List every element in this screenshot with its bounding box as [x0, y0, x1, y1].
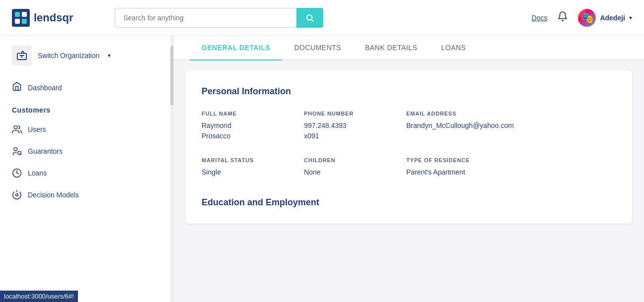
svg-rect-2: [22, 12, 27, 17]
svg-rect-4: [22, 19, 27, 24]
svg-rect-3: [15, 19, 20, 24]
decision-models-icon: [12, 190, 22, 200]
switch-org-label: Switch Organization: [38, 52, 100, 60]
email-label: EMAIL ADDRESS: [406, 111, 514, 117]
phone-number-label: PHONE NUMBER: [304, 111, 394, 117]
svg-rect-1: [15, 12, 20, 17]
marital-status-value: Single: [202, 167, 292, 178]
svg-line-6: [312, 19, 313, 21]
tab-loans[interactable]: Loans: [429, 36, 478, 60]
email-value: Brandyn_McCullough@yahoo.com: [406, 121, 514, 131]
personal-info-grid: FULL NAME RaymondProsacco PHONE NUMBER 9…: [202, 111, 616, 178]
personal-info-card: Personal Information FULL NAME RaymondPr…: [186, 70, 632, 224]
sidebar-scrollbar[interactable]: [170, 36, 173, 302]
svg-point-11: [14, 148, 17, 151]
dashboard-link[interactable]: Dashboard: [0, 75, 173, 100]
sidebar-item-users[interactable]: Users: [0, 119, 173, 140]
header: lendsqr Docs 🎭 Adedeji ▾: [0, 0, 644, 36]
phone-number-value: 997.248.4393x091: [304, 121, 394, 141]
svg-rect-0: [12, 9, 30, 27]
field-empty2: [526, 157, 616, 178]
users-icon: [12, 124, 22, 134]
tab-bank-details[interactable]: Bank Details: [353, 36, 429, 60]
full-name-label: FULL NAME: [202, 111, 292, 117]
notification-icon: [557, 11, 568, 22]
layout: Switch Organization ▾ Dashboard Customer…: [0, 36, 644, 302]
field-full-name: FULL NAME RaymondProsacco: [202, 111, 292, 141]
chevron-down-icon: ▾: [629, 14, 632, 21]
logo-icon: [12, 9, 30, 27]
tab-documents[interactable]: Documents: [282, 36, 353, 60]
switch-org-chevron-icon: ▾: [108, 52, 111, 59]
search-bar: [115, 8, 323, 28]
logo-text: lendsqr: [34, 11, 73, 24]
sidebar: Switch Organization ▾ Dashboard Customer…: [0, 36, 174, 302]
customers-section: Customers: [12, 106, 161, 115]
full-name-value: RaymondProsacco: [202, 121, 292, 141]
loans-icon: [12, 168, 22, 178]
field-empty1: [526, 111, 616, 141]
sidebar-scroll-thumb: [170, 46, 173, 105]
status-bar: localhost:3000/users/6#!: [0, 291, 78, 302]
briefcase-icon: [12, 46, 32, 65]
children-value: None: [304, 167, 394, 178]
decision-models-label: Decision Models: [28, 191, 79, 199]
svg-point-10: [14, 126, 17, 129]
children-label: CHILDREN: [304, 157, 394, 163]
header-right: Docs 🎭 Adedeji ▾: [532, 9, 632, 27]
guarantors-icon: [12, 146, 22, 156]
dashboard-label: Dashboard: [28, 84, 62, 92]
switch-org[interactable]: Switch Organization ▾: [0, 36, 173, 75]
search-button[interactable]: [296, 8, 323, 28]
marital-status-label: MARITAL STATUS: [202, 157, 292, 163]
residence-type-label: TYPE OF RESIDENCE: [406, 157, 514, 163]
sidebar-item-loans[interactable]: Loans: [0, 162, 173, 184]
field-phone-number: PHONE NUMBER 997.248.4393x091: [304, 111, 394, 141]
svg-point-14: [16, 194, 18, 196]
field-marital-status: MARITAL STATUS Single: [202, 157, 292, 178]
bell-icon[interactable]: [557, 11, 568, 24]
avatar-wrap[interactable]: 🎭 Adedeji ▾: [578, 9, 632, 27]
residence-type-value: Parent's Apartment: [406, 167, 514, 178]
tabs-bar: General Details Documents Bank Details L…: [174, 36, 644, 60]
field-residence-type: TYPE OF RESIDENCE Parent's Apartment: [406, 157, 514, 178]
main-content: General Details Documents Bank Details L…: [174, 36, 644, 302]
field-children: CHILDREN None: [304, 157, 394, 178]
home-icon: [12, 81, 22, 94]
field-email: EMAIL ADDRESS Brandyn_McCullough@yahoo.c…: [406, 111, 514, 141]
docs-link[interactable]: Docs: [532, 14, 548, 22]
loans-label: Loans: [28, 169, 47, 177]
search-input[interactable]: [115, 8, 296, 28]
education-section-title: Education and Employment: [202, 197, 616, 208]
tab-general-details[interactable]: General Details: [190, 36, 282, 60]
user-name: Adedeji: [600, 14, 625, 22]
customers-section-label: Customers: [12, 106, 51, 114]
search-icon: [305, 13, 314, 22]
users-label: Users: [28, 125, 46, 133]
guarantors-label: Guarantors: [28, 147, 63, 155]
personal-info-title: Personal Information: [202, 86, 616, 97]
sidebar-item-guarantors[interactable]: Guarantors: [0, 140, 173, 162]
avatar: 🎭: [578, 9, 596, 27]
sidebar-item-decision-models[interactable]: Decision Models: [0, 184, 173, 206]
logo[interactable]: lendsqr: [12, 9, 73, 27]
